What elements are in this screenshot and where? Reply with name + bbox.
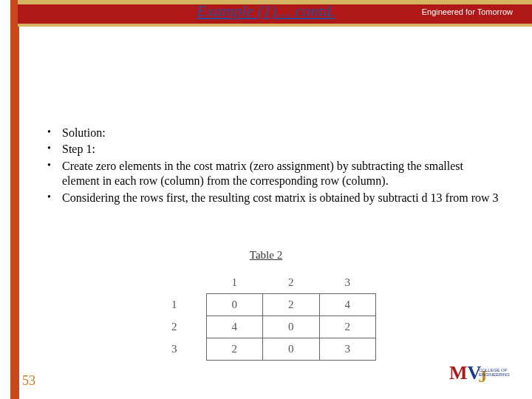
- table-cell: 4: [206, 316, 263, 338]
- col-header: 2: [263, 273, 320, 294]
- body-content: Solution: Step 1: Create zero elements i…: [41, 126, 501, 207]
- table-row: 2 4 0 2: [156, 316, 376, 338]
- table-row: 1 0 2 4: [156, 294, 376, 316]
- header-tagline: Engineered for Tomorrow: [422, 7, 513, 16]
- logo-letter-m: M: [449, 362, 468, 384]
- row-header: 3: [156, 338, 206, 361]
- table-label: Table 2: [250, 249, 282, 262]
- table-cell: 0: [263, 338, 320, 361]
- cost-table: 1 2 3 1 0 2 4 2 4 0 2 3 2 0 3: [156, 273, 376, 361]
- table-cell: 2: [319, 316, 376, 338]
- table-cell: 2: [263, 294, 320, 316]
- page-number: 53: [22, 373, 35, 389]
- table-row: 3 2 0 3: [156, 338, 376, 361]
- col-header: 1: [206, 273, 263, 294]
- slide: Example (1)… contd. Engineered for Tomor…: [0, 0, 532, 399]
- bullet-item: Step 1:: [41, 142, 501, 157]
- table-cell: 4: [319, 294, 376, 316]
- table-cell: 0: [263, 316, 320, 338]
- table-cell: 0: [206, 294, 263, 316]
- row-header: 1: [156, 294, 206, 316]
- col-header: 3: [319, 273, 376, 294]
- table-block: Table 2 1 2 3 1 0 2 4 2 4 0 2 3 2: [140, 248, 392, 361]
- left-accent-bar: [10, 0, 19, 399]
- logo-subtext: COLLEGE OF ENGINEERING: [479, 368, 516, 377]
- bullet-list: Solution: Step 1: Create zero elements i…: [41, 126, 501, 205]
- bullet-item: Considering the rows first, the resultin…: [41, 191, 501, 205]
- table-cell: 3: [319, 338, 376, 361]
- table-cell: 2: [206, 338, 263, 361]
- footer-logo: MVJ COLLEGE OF ENGINEERING: [449, 362, 516, 395]
- bullet-item: Solution:: [41, 126, 501, 140]
- table-col-header-row: 1 2 3: [156, 273, 376, 294]
- row-header: 2: [156, 316, 206, 338]
- bullet-item: Create zero elements in the cost matrix …: [41, 159, 501, 189]
- band-bottom-stripe: [18, 24, 532, 27]
